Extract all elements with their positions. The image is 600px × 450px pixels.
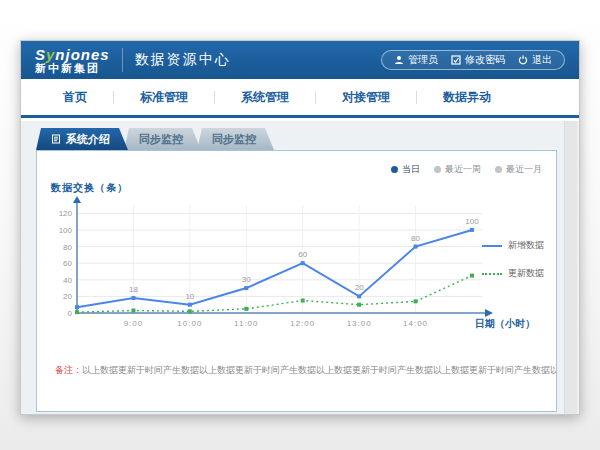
user-label: 管理员 xyxy=(408,53,438,67)
radio-label: 最近一周 xyxy=(445,163,481,176)
svg-text:14:00: 14:00 xyxy=(403,319,428,328)
svg-text:80: 80 xyxy=(411,234,420,243)
app-window: Synjones 新中新集团 数据资源中心 管理员 修改密码 退出 首页 标准管… xyxy=(20,40,580,415)
user-menu: 管理员 修改密码 退出 xyxy=(381,50,565,70)
tab-sync-monitor-1[interactable]: 同步监控 xyxy=(124,128,201,150)
svg-text:60: 60 xyxy=(63,259,72,268)
main-nav: 首页 标准管理 系统管理 对接管理 数据异动 xyxy=(21,79,579,118)
radio-last-week[interactable]: 最近一周 xyxy=(434,163,481,176)
legend-label: 更新数据 xyxy=(508,267,544,280)
nav-item-home[interactable]: 首页 xyxy=(37,89,113,106)
footnote-label: 备注： xyxy=(55,365,82,375)
svg-text:80: 80 xyxy=(63,243,72,252)
tab-bar: 系统介绍 同步监控 同步监控 xyxy=(36,128,270,150)
edit-icon xyxy=(451,55,461,65)
svg-text:10: 10 xyxy=(185,292,194,301)
nav-item-system-mgmt[interactable]: 系统管理 xyxy=(215,89,315,106)
page-title: 数据资源中心 xyxy=(135,51,231,69)
user-button[interactable]: 管理员 xyxy=(394,53,438,67)
svg-text:120: 120 xyxy=(59,209,73,218)
solid-line-icon xyxy=(482,245,502,247)
radio-unselected-icon xyxy=(495,166,502,173)
svg-text:30: 30 xyxy=(242,275,251,284)
tab-label: 同步监控 xyxy=(212,132,256,147)
y-axis-title: 数据交换（条） xyxy=(51,181,128,195)
scrollbar-track[interactable] xyxy=(564,121,577,414)
nav-item-data-change[interactable]: 数据异动 xyxy=(417,89,517,106)
power-icon xyxy=(518,55,528,65)
radio-label: 最近一月 xyxy=(506,163,542,176)
logout-label: 退出 xyxy=(532,53,552,67)
radio-today[interactable]: 当日 xyxy=(391,163,420,176)
logo-text: njones xyxy=(55,46,109,63)
app-header: Synjones 新中新集团 数据资源中心 管理员 修改密码 退出 xyxy=(21,41,579,79)
footnote: 备注：以上数据更新于时间产生数据以上数据更新于时间产生数据以上数据更新于时间产生… xyxy=(37,364,556,377)
logo-text: S xyxy=(35,46,46,63)
svg-text:60: 60 xyxy=(298,250,307,259)
tab-label: 同步监控 xyxy=(139,132,183,147)
tab-system-intro[interactable]: 系统介绍 xyxy=(36,128,128,150)
svg-text:0: 0 xyxy=(68,309,73,318)
svg-text:11:00: 11:00 xyxy=(234,319,258,328)
logo-wordmark: Synjones xyxy=(35,47,110,62)
document-icon xyxy=(51,134,61,144)
svg-text:20: 20 xyxy=(63,292,72,301)
dashed-line-icon xyxy=(482,273,502,275)
chart-panel: 当日 最近一周 最近一月 数据交换（条） 0204060801001209:00… xyxy=(36,150,557,412)
legend-item-updated-data: 更新数据 xyxy=(482,267,544,280)
logo-company-name: 新中新集团 xyxy=(35,62,110,74)
tab-label: 系统介绍 xyxy=(66,132,110,147)
chart-legend: 新增数据 更新数据 xyxy=(482,239,544,280)
legend-label: 新增数据 xyxy=(508,239,544,252)
range-radio-group: 当日 最近一周 最近一月 xyxy=(391,163,542,176)
radio-unselected-icon xyxy=(434,166,441,173)
nav-item-interface-mgmt[interactable]: 对接管理 xyxy=(316,89,416,106)
header-divider xyxy=(122,48,123,72)
svg-text:12:00: 12:00 xyxy=(290,319,315,328)
svg-text:日期（小时）: 日期（小时） xyxy=(475,318,535,329)
svg-text:40: 40 xyxy=(63,276,72,285)
synjones-logo: Synjones 新中新集团 xyxy=(35,47,110,74)
footnote-text: 以上数据更新于时间产生数据以上数据更新于时间产生数据以上数据更新于时间产生数据以… xyxy=(82,365,556,375)
radio-selected-icon xyxy=(391,166,398,173)
tab-sync-monitor-2[interactable]: 同步监控 xyxy=(197,128,274,150)
content-area: 系统介绍 同步监控 同步监控 当日 最近一周 最近一月 数据交换（条） 0204… xyxy=(21,121,579,414)
svg-text:13:00: 13:00 xyxy=(347,319,372,328)
svg-text:100: 100 xyxy=(59,226,73,235)
user-icon xyxy=(394,55,404,65)
change-password-button[interactable]: 修改密码 xyxy=(451,53,505,67)
svg-text:20: 20 xyxy=(355,283,364,292)
svg-text:9:00: 9:00 xyxy=(124,319,144,328)
svg-text:18: 18 xyxy=(129,285,138,294)
svg-text:10:00: 10:00 xyxy=(177,319,202,328)
radio-label: 当日 xyxy=(402,163,420,176)
nav-item-standard-mgmt[interactable]: 标准管理 xyxy=(114,89,214,106)
radio-last-month[interactable]: 最近一月 xyxy=(495,163,542,176)
logout-button[interactable]: 退出 xyxy=(518,53,552,67)
svg-text:100: 100 xyxy=(465,217,479,226)
logo-accent-letter: y xyxy=(46,46,55,63)
change-password-label: 修改密码 xyxy=(465,53,505,67)
legend-item-new-data: 新增数据 xyxy=(482,239,544,252)
line-chart: 0204060801001209:0010:0011:0012:0013:001… xyxy=(47,195,537,347)
